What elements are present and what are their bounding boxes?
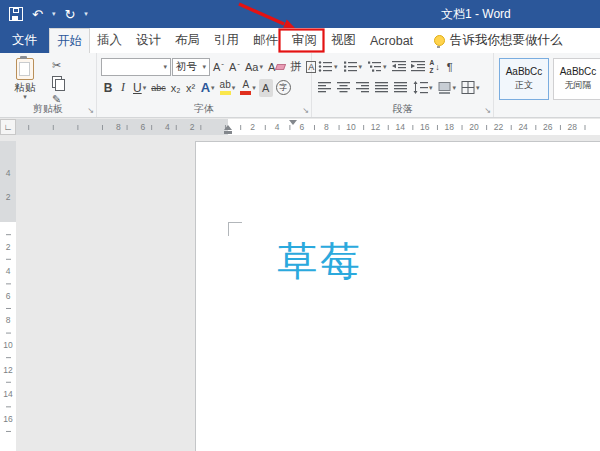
borders-button[interactable]: ▾ — [459, 79, 482, 97]
clear-formatting-button[interactable]: A — [266, 58, 287, 76]
undo-dropdown-caret[interactable]: ▾ — [52, 10, 56, 18]
ruler-number: 8 — [106, 119, 131, 135]
text-highlight-icon: ab — [220, 80, 231, 90]
paragraph-group-label: 段落 — [312, 102, 493, 116]
tab-acrobat[interactable]: Acrobat — [363, 28, 420, 53]
left-indent-marker[interactable] — [224, 125, 233, 134]
change-case-button[interactable]: Aa ▾ — [243, 58, 265, 76]
font-dialog-launcher-icon[interactable]: ↘ — [302, 107, 309, 115]
undo-icon[interactable]: ↶ — [32, 8, 43, 21]
line-spacing-icon — [413, 81, 428, 94]
underline-icon: U — [133, 81, 142, 95]
strikethrough-button[interactable]: abc — [149, 79, 168, 97]
ruler-number: 6 — [0, 283, 16, 308]
shrink-font-icon: A — [229, 61, 236, 73]
tab-layout[interactable]: 布局 — [168, 28, 207, 53]
text-highlight-button[interactable]: ab ▾ — [218, 79, 238, 97]
vertical-ruler[interactable]: 42 246810121416 — [0, 135, 16, 451]
multilevel-list-button[interactable]: ▾ — [365, 58, 389, 76]
ruler-number: 10 — [339, 119, 364, 135]
align-left-icon — [318, 81, 332, 94]
cut-icon[interactable]: ✂ — [52, 58, 62, 72]
decrease-indent-button[interactable] — [390, 58, 408, 76]
character-shading-button[interactable]: A — [259, 79, 273, 97]
save-icon[interactable] — [9, 7, 23, 21]
ruler-number: 2 — [0, 185, 16, 210]
tab-insert[interactable]: 插入 — [90, 28, 129, 53]
clear-formatting-icon: A — [268, 61, 275, 73]
document-page[interactable] — [195, 141, 600, 451]
align-left-button[interactable] — [316, 79, 334, 97]
tab-mailings[interactable]: 邮件 — [246, 28, 285, 53]
distribute-button[interactable] — [392, 79, 410, 97]
font-color-caret: ▾ — [252, 84, 256, 91]
shading-button[interactable]: ▾ — [436, 79, 459, 97]
ruler-number: 4 — [0, 161, 16, 186]
paste-dropdown-caret: ▾ — [23, 93, 27, 100]
style-card-no-spacing[interactable]: AaBbCc 无间隔 — [553, 58, 600, 100]
paragraph-dialog-launcher-icon[interactable]: ↘ — [484, 107, 491, 115]
grow-font-button[interactable]: A ˆ — [211, 58, 226, 76]
grow-mark-icon: ˆ — [221, 65, 224, 69]
numbering-button[interactable]: ▾ — [341, 58, 365, 76]
copy-button[interactable] — [52, 75, 62, 89]
ruler-number: 24 — [511, 119, 536, 135]
ruler-number: 20 — [462, 119, 487, 135]
style-name: 无间隔 — [565, 79, 592, 92]
tab-stop-selector[interactable]: ∟ — [0, 119, 16, 135]
align-right-button[interactable] — [354, 79, 372, 97]
multilevel-list-caret: ▾ — [383, 63, 387, 70]
clipboard-group: 粘贴 ▾ ✂ ✎ 剪贴板 ↘ — [0, 53, 97, 117]
enclose-characters-button[interactable]: 字 — [274, 79, 293, 97]
font-group: ▾ 初号 ▾ A ˆ A ˇ Aa ▾ — [97, 53, 312, 117]
tab-design[interactable]: 设计 — [129, 28, 168, 53]
multilevel-list-icon — [367, 60, 382, 73]
font-name-combobox[interactable]: ▾ — [101, 58, 171, 76]
align-center-button[interactable] — [335, 79, 353, 97]
show-marks-button[interactable]: ¶ — [443, 58, 457, 76]
sort-button[interactable]: A Z ↓ — [428, 58, 442, 76]
justify-button[interactable] — [373, 79, 391, 97]
underline-button[interactable]: U ▾ — [131, 79, 148, 97]
document-text[interactable]: 草莓 — [277, 234, 363, 289]
subscript-button[interactable]: x₂ — [169, 79, 183, 97]
tab-home[interactable]: 开始 — [49, 28, 90, 53]
tab-file[interactable]: 文件 — [0, 28, 49, 53]
font-color-button[interactable]: A ▾ — [238, 79, 258, 97]
margin-corner-mark — [228, 222, 242, 236]
italic-button[interactable]: I — [116, 79, 130, 97]
line-spacing-button[interactable]: ▾ — [411, 79, 435, 97]
tab-view[interactable]: 视图 — [324, 28, 363, 53]
first-line-indent-marker[interactable] — [289, 120, 297, 125]
ruler-number: 18 — [437, 119, 462, 135]
bold-button[interactable]: B — [101, 79, 115, 97]
ruler-number: 14 — [388, 119, 413, 135]
font-group-label: 字体 — [97, 102, 311, 116]
numbering-icon — [343, 60, 358, 73]
ruler-number: 8 — [314, 119, 339, 135]
font-size-value: 初号 — [176, 60, 197, 74]
font-size-combobox[interactable]: 初号 ▾ — [172, 58, 210, 76]
shrink-mark-icon: ˇ — [237, 65, 240, 69]
highlight-color-bar — [220, 91, 231, 95]
qat-customize-caret[interactable]: ▾ — [84, 10, 88, 18]
style-card-normal[interactable]: AaBbCc 正文 — [499, 58, 549, 100]
tell-me-box[interactable]: 告诉我你想要做什么 — [434, 28, 563, 53]
clipboard-dialog-launcher-icon[interactable]: ↘ — [87, 107, 94, 115]
hanging-indent-icon — [224, 125, 232, 130]
superscript-button[interactable]: x² — [184, 79, 198, 97]
grow-font-icon: A — [213, 61, 220, 73]
text-effects-button[interactable]: A ▾ — [199, 79, 217, 97]
tab-references[interactable]: 引用 — [207, 28, 246, 53]
horizontal-ruler[interactable]: 8642 246810121416182022242628 — [16, 119, 600, 135]
increase-indent-button[interactable] — [409, 58, 427, 76]
quick-access-toolbar: ↶ ▾ ↻ ▾ — [9, 7, 88, 21]
paste-button[interactable]: 粘贴 ▾ — [4, 57, 46, 101]
phonetic-guide-button[interactable]: 拼 — [288, 58, 303, 76]
tab-review[interactable]: 审阅 — [285, 28, 324, 53]
redo-icon[interactable]: ↻ — [64, 8, 75, 21]
shrink-font-button[interactable]: A ˇ — [227, 58, 242, 76]
vertical-ruler-margin-numbers: 42 — [0, 161, 16, 210]
bullets-button[interactable]: ▾ — [316, 58, 340, 76]
ruler-number: 2 — [0, 234, 16, 259]
